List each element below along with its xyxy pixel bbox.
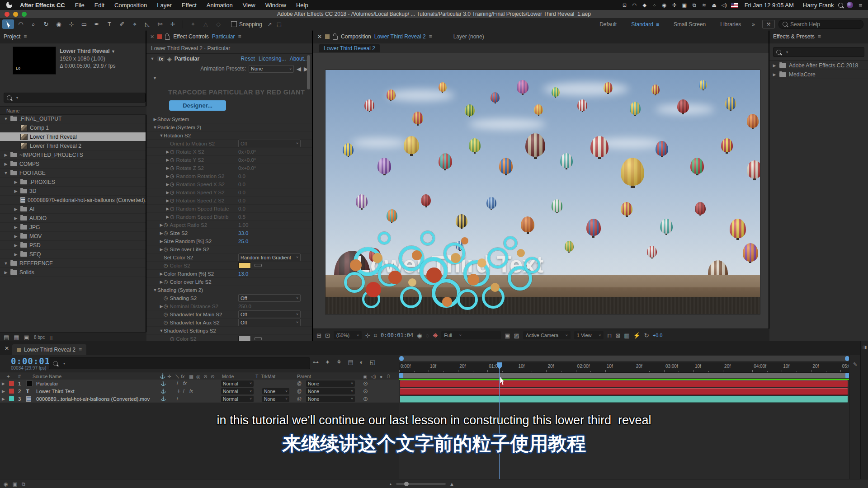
layer-name[interactable]: 0000889...torial-hot-air-balloons (Conve…: [36, 395, 150, 403]
param-toggle-icon[interactable]: ▶: [165, 206, 170, 211]
wifi-icon[interactable]: ≋: [699, 2, 709, 8]
menu-bar-user[interactable]: Harry Frank: [798, 2, 839, 9]
resolution-dropdown[interactable]: Full˅: [441, 331, 501, 339]
trkmat-column[interactable]: TrkMat: [261, 372, 275, 380]
airplay-icon[interactable]: ⧉: [689, 2, 699, 8]
layer-label-color[interactable]: [9, 395, 14, 403]
effect-param-color-over-life-s2[interactable]: ▶◷Color over Life S2: [146, 278, 312, 286]
param-dropdown[interactable]: Off˅: [238, 140, 301, 147]
stopwatch-icon[interactable]: ◷: [164, 303, 168, 309]
time-navigator[interactable]: [399, 356, 849, 361]
layer-duration-bar[interactable]: [400, 380, 848, 387]
motionblur-switch-icon[interactable]: ◎: [196, 372, 200, 380]
snapping-control[interactable]: Snapping: [231, 21, 262, 28]
effect-link-about[interactable]: About...: [290, 56, 308, 62]
layer-expand-icon[interactable]: ▶: [2, 387, 6, 395]
project-search-field[interactable]: ▾: [4, 93, 146, 103]
tree-toggle-icon[interactable]: ▶: [4, 162, 8, 166]
creative-cloud-icon[interactable]: ◉: [660, 2, 670, 8]
stopwatch-icon[interactable]: ◷: [170, 149, 175, 155]
notification-center-icon[interactable]: ≡: [859, 2, 863, 9]
tree-toggle-icon[interactable]: ▶: [14, 234, 18, 239]
effect-param-rotate-x-s2[interactable]: ▶◷Rotate X S20x+0.0°: [146, 148, 312, 156]
3d-view-dropdown[interactable]: Active Camera˅: [523, 331, 571, 339]
param-toggle-icon[interactable]: ▼: [159, 133, 164, 138]
layer-duration-bar[interactable]: [400, 396, 848, 403]
tree-toggle-icon[interactable]: ▶: [14, 225, 18, 230]
view-layout-dropdown[interactable]: 1 View˅: [574, 331, 604, 339]
timeline-search-field[interactable]: ▾: [49, 357, 310, 369]
param-toggle-icon[interactable]: ▼: [153, 125, 157, 130]
param-value[interactable]: 0x+0.0°: [238, 149, 256, 155]
preserve-transparency-column[interactable]: T: [255, 372, 258, 380]
panel-menu-icon[interactable]: ≡: [238, 33, 241, 40]
comp-flowchart-icon[interactable]: ⊠: [615, 333, 620, 338]
adjustment-switch-icon[interactable]: ⊘: [203, 372, 208, 380]
refresh-icon[interactable]: ↻: [644, 333, 649, 338]
panel-menu-icon[interactable]: ≡: [818, 33, 821, 40]
layer-switch-icon[interactable]: /: [177, 380, 178, 387]
param-value[interactable]: 0x+0.0°: [238, 157, 256, 163]
menu-edit[interactable]: Edit: [90, 2, 109, 9]
effect-param-color-s2[interactable]: ◷Color S2: [146, 262, 312, 270]
tree-toggle-icon[interactable]: ▼: [4, 117, 8, 121]
stopwatch-icon[interactable]: ◷: [170, 157, 175, 163]
time-ruler[interactable]: 0:00f10f20f01:00f10f20f02:00f10f20f03:00…: [399, 362, 849, 373]
mode-column[interactable]: Mode: [222, 372, 234, 380]
spotlight-icon[interactable]: [838, 3, 843, 8]
tree-toggle-icon[interactable]: ▶: [772, 63, 777, 68]
stopwatch-icon[interactable]: ◷: [164, 311, 168, 317]
timeline-zoom-slider[interactable]: ▲ ▲: [389, 481, 454, 487]
project-item--proxies[interactable]: ▶.PROXIES: [0, 178, 146, 187]
menu-window[interactable]: Window: [260, 2, 291, 9]
timeline-button-icon[interactable]: ⊓: [607, 333, 612, 338]
layer-switch-icon[interactable]: ⚓: [160, 387, 166, 395]
selection-tool[interactable]: [2, 19, 14, 29]
convert-vertex-tool[interactable]: ◇: [212, 19, 224, 29]
param-toggle-icon[interactable]: ▶: [159, 272, 164, 276]
param-value[interactable]: 0x+0.0°: [238, 165, 256, 171]
menu-composition[interactable]: Composition: [109, 2, 152, 9]
transform-box-icon[interactable]: ✎: [849, 361, 861, 367]
zoom-slider-knob[interactable]: [404, 482, 409, 486]
close-panel-icon[interactable]: ✕: [5, 345, 9, 352]
lock-column-icon[interactable]: ⬯: [387, 372, 390, 380]
close-panel-icon[interactable]: ✕: [150, 34, 154, 40]
layer-video-icon[interactable]: ⊙: [363, 380, 368, 387]
snap-angle-icon[interactable]: ↗: [268, 21, 272, 28]
layer-name[interactable]: Lower Third Text: [36, 387, 75, 395]
layer-row-lower-third-text[interactable]: ▶2TLower Third Text⚓✛/fxNormal˅None˅@Non…: [0, 387, 399, 395]
effect-param-rotate-y-s2[interactable]: ▶◷Rotate Y S20x+0.0°: [146, 156, 312, 164]
effect-param-set-color-s2[interactable]: Set Color S2Random from Gradient˅: [146, 253, 312, 262]
pinwheel-icon[interactable]: ✣: [670, 2, 679, 8]
workspace-standard[interactable]: Standard≡: [624, 21, 666, 28]
effect-param-aspect-ratio-s2[interactable]: ▶◷Aspect Ratio S21.00: [146, 221, 312, 229]
roi-icon[interactable]: ⊹: [365, 333, 370, 338]
param-dropdown[interactable]: Random from Gradient˅: [238, 253, 301, 261]
project-item-ai[interactable]: ▶AI: [0, 205, 146, 214]
param-value[interactable]: 13.0: [238, 271, 248, 277]
rotation-tool[interactable]: ↻: [40, 19, 52, 29]
layer-duration-bar[interactable]: [400, 388, 848, 395]
stopwatch-icon[interactable]: ◷: [164, 230, 168, 236]
param-toggle-icon[interactable]: ▶: [159, 304, 164, 309]
type-tool[interactable]: T: [104, 19, 115, 29]
project-item-reference[interactable]: ▼REFERENCE: [0, 259, 146, 268]
effect-param-rotation-speed-x-s2[interactable]: ▶◷Rotation Speed X S20.0: [146, 180, 312, 188]
composition-tab-title[interactable]: Composition: [341, 33, 371, 40]
effects-presets-tab[interactable]: Effects & Presets: [773, 33, 815, 40]
effect-param-nominal-distance-s2[interactable]: ▶◷Nominal Distance S2250.0: [146, 302, 312, 310]
effect-param-shadowlet-settings-s2[interactable]: ▼Shadowlet Settings S2: [146, 327, 312, 335]
project-item-footage[interactable]: ▼FOOTAGE: [0, 169, 146, 178]
stopwatch-icon[interactable]: ◷: [164, 263, 168, 268]
lock-icon[interactable]: [333, 36, 338, 40]
eject-icon[interactable]: ⏏: [709, 2, 719, 8]
keyboard-icon[interactable]: ◠: [630, 2, 640, 8]
effect-param-color-random-s2[interactable]: ▶Color Random [%] S213.0: [146, 270, 312, 278]
effect-param-random-speed-rotate[interactable]: ▶◷Random Speed Rotate0.0: [146, 205, 312, 213]
layer-expand-icon[interactable]: ▶: [2, 380, 6, 387]
layer-switch-icon[interactable]: ✛: [177, 387, 180, 395]
param-value[interactable]: 0.0: [238, 206, 245, 211]
param-toggle-icon[interactable]: ▶: [159, 223, 164, 227]
effect-link-reset[interactable]: Reset: [241, 56, 255, 62]
